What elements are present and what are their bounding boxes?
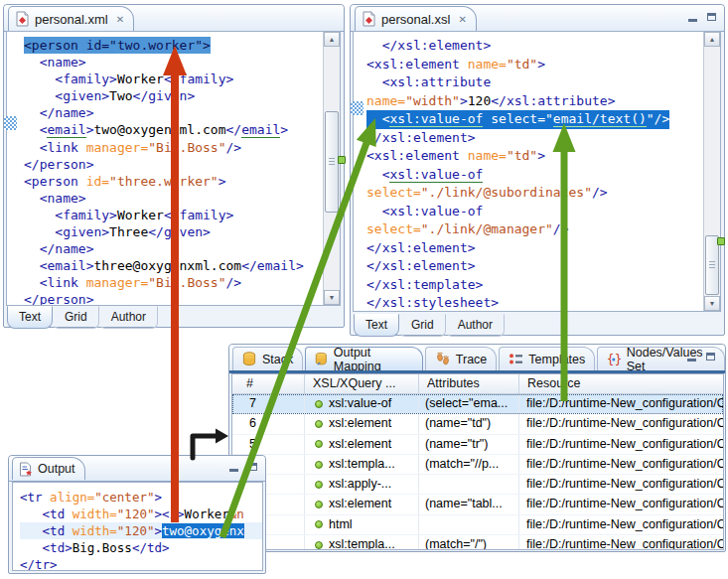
tab-grid[interactable]: Grid [399,314,446,337]
scroll-up-button[interactable]: ▲ [704,32,720,47]
tab-label: personal.xml [35,12,108,27]
tab-output[interactable]: Output [12,457,85,480]
tab-text[interactable]: Text [7,306,53,329]
scrollbar-thumb[interactable] [325,111,339,213]
maximize-button[interactable] [705,352,717,362]
table-row[interactable]: xsl:templa...(match="/")file:/D:/runtime… [232,535,723,550]
code-line: <person id="three.worker"> [24,173,304,190]
tab-grid[interactable]: Grid [53,306,99,329]
code-line: </tr> [20,556,262,571]
trace-icon [435,352,451,366]
xml-editor-area[interactable]: <person id="two.worker"> <name> <family>… [6,31,341,306]
row-resource: file:/D:/runtime-New_configuration/Oxyg.… [519,475,723,494]
minimize-button[interactable] [228,462,240,473]
row-resource: file:/D:/runtime-New_configuration/Oxyg.… [519,435,723,454]
code-line: <given>Two</given> [24,87,304,104]
close-icon[interactable]: ✕ [458,14,466,25]
row-attributes: (name="tabl... [419,495,519,513]
code-line: </person> [24,156,304,173]
maximize-button[interactable] [706,12,718,23]
output-content-area[interactable]: <tr align="center"> <td width="120"><i>W… [12,482,263,571]
output-code[interactable]: <tr align="center"> <td width="120"><i>W… [20,489,262,571]
stack-icon [242,352,257,366]
xml-editor-panel: personal.xml ✕ <person id="two.worker"> … [3,4,345,328]
row-number: 6 [232,414,305,433]
scroll-down-button[interactable]: ▼ [704,296,720,311]
code-line: <xsl:element name="td"> [366,147,669,166]
tab-stack[interactable]: Stack [232,347,303,370]
code-line: <name> [24,54,304,71]
instruction-label: xsl:apply-... [329,475,391,494]
row-resource: file:/D:/runtime-New_configuration/Oxyg.… [519,495,723,513]
code-line: </xsl:element> [366,239,669,258]
row-instruction: xsl:value-of [305,394,419,413]
tab-trace[interactable]: Trace [425,347,498,370]
row-number: 5 [232,435,305,454]
table-row[interactable]: htmlfile:/D:/runtime-New_configuration/O… [232,515,723,535]
xsl-vertical-scrollbar[interactable]: ▲ ▼ [703,32,720,311]
table-row[interactable]: 6xsl:element(name="td")file:/D:/runtime-… [232,414,723,434]
output-view-icon [19,462,33,477]
column-header-attributes[interactable]: Attributes [419,374,519,393]
row-resource: file:/D:/runtime-New_configuration/Oxyg.… [519,535,723,550]
row-number: 7 [232,394,305,413]
tab-author[interactable]: Author [99,306,158,329]
xml-code[interactable]: <person id="two.worker"> <name> <family>… [24,37,304,306]
output-panel: Output <tr align="center"> <td width="12… [8,455,266,574]
code-line: <person id="two.worker"> [24,37,304,54]
row-resource: file:/D:/runtime-New_configuration/Oxyg.… [519,394,723,413]
templates-icon [509,352,523,366]
column-header-number[interactable]: # [232,374,305,393]
table-row[interactable]: 7xsl:value-of(select="ema...file:/D:/run… [232,394,723,414]
table-row[interactable]: 5xsl:element(name="tr")file:/D:/runtime-… [232,435,723,455]
code-line: <tr align="center"> [20,489,262,506]
column-header-resource[interactable]: Resource [519,374,723,393]
row-instruction: xsl:templa... [305,455,419,474]
code-line: <xsl:value-of [366,203,669,221]
row-attributes [419,515,519,534]
gutter-marker-icon [351,101,364,115]
row-resource: file:/D:/runtime-New_configuration/Oxyg.… [519,455,723,474]
code-line: select="./link/@subordinates"/> [366,184,669,203]
tab-label: Output [38,462,75,476]
code-line: <given>Three</given> [24,223,304,240]
tab-text[interactable]: Text [354,314,399,337]
minimize-button[interactable] [687,12,699,23]
code-line: <link manager="Big.Boss"/> [24,139,304,156]
nodes-values-icon: {} [607,352,621,366]
column-header-instruction[interactable]: XSL/XQuery ... [305,374,419,393]
tab-personal-xml[interactable]: personal.xml ✕ [8,6,134,31]
row-instruction: xsl:apply-... [305,475,419,494]
gutter-marker-icon [4,116,17,130]
row-attributes [419,475,519,494]
oxygen-debugger-workspace: { "icons": {"close": "✕", "scroll_up": "… [0,0,728,579]
row-attributes: (match="/") [419,535,519,550]
close-icon[interactable]: ✕ [116,14,124,25]
code-line: </xsl:element> [366,129,669,148]
xml-vertical-scrollbar[interactable]: ▲ ▼ [323,32,340,305]
tab-author[interactable]: Author [446,314,505,337]
instruction-label: xsl:value-of [329,394,391,413]
status-dot-icon [315,501,323,508]
tab-templates[interactable]: Templates [499,347,595,370]
scroll-up-button[interactable]: ▲ [324,32,340,47]
code-line: </xsl:element> [366,37,669,56]
code-line: <family>Worker</family> [24,71,304,87]
status-dot-icon [315,400,323,408]
minimize-button[interactable] [686,352,698,362]
tab-output-mapping[interactable]: Output Mapping [305,347,423,370]
scroll-down-button[interactable]: ▼ [324,290,340,305]
row-resource: file:/D:/runtime-New_configuration/Oxyg.… [519,414,723,433]
instruction-label: xsl:templa... [329,455,395,474]
xsl-code[interactable]: </xsl:element><xsl:element name="td"> <x… [366,37,669,312]
xsl-editor-area[interactable]: </xsl:element><xsl:element name="td"> <x… [353,31,721,312]
table-row[interactable]: xsl:element(name="tabl...file:/D:/runtim… [232,495,723,514]
table-row[interactable]: xsl:templa...(match="//p...file:/D:/runt… [232,455,723,475]
maximize-button[interactable] [247,462,259,473]
overview-annotation-marker [717,237,725,245]
black-elbow-arrowhead [216,429,228,444]
tab-personal-xsl[interactable]: personal.xsl ✕ [355,6,477,31]
table-row[interactable]: xsl:apply-...file:/D:/runtime-New_config… [232,475,723,495]
row-instruction: xsl:element [305,435,419,454]
code-line: select="./link/@manager"/> [366,220,669,239]
